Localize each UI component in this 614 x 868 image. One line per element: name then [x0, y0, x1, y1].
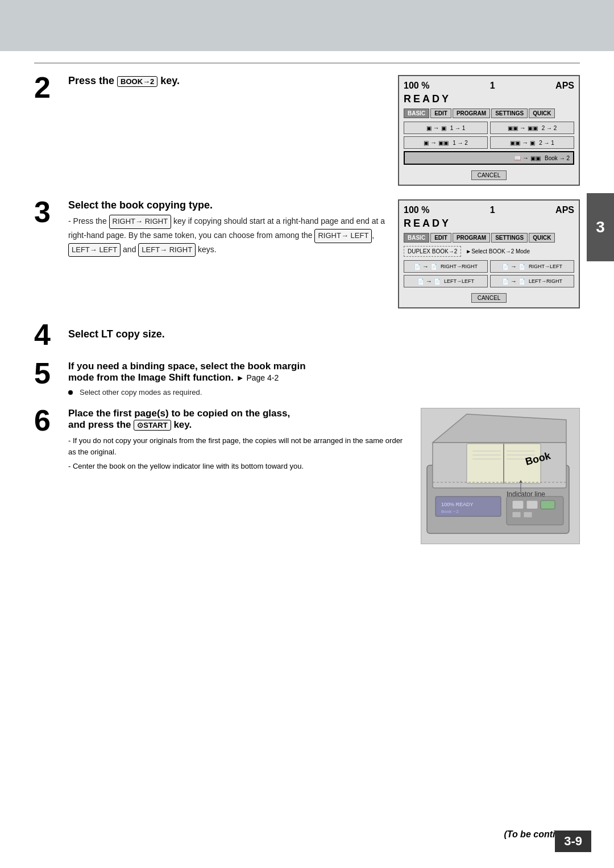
step-6-block: 6 Place the first page(s) to be copied o…	[34, 408, 580, 544]
screen-2-header: 100 % 1 APS	[404, 205, 574, 215]
screen-1-btn-bookto2[interactable]: 📖 → ▣▣ Book → 2	[404, 151, 574, 165]
step-2-content: Press the BOOK→2 key.	[68, 75, 387, 90]
step-3-body: - Press the RIGHT→ RIGHT key if copying …	[68, 215, 387, 257]
step-4-title: Select LT copy size.	[68, 328, 165, 340]
screen-1-percent: 100 %	[404, 81, 429, 91]
screen-1-btn-1to1[interactable]: ▣ → ▣ 1 → 1	[404, 122, 488, 134]
svg-rect-18	[512, 500, 524, 509]
step-2-title-suffix: key.	[160, 75, 180, 86]
step-3-left: 3 Select the book copying type. - Press …	[34, 199, 387, 259]
key-right-left: RIGHT→ LEFT	[314, 229, 372, 243]
step-4-number: 4	[34, 320, 68, 349]
svg-rect-20	[541, 500, 555, 509]
btn-icon-2to2: ▣▣	[508, 125, 518, 131]
step-5-bullet-text: Select other copy modes as required.	[80, 388, 202, 397]
screen-2-tab-edit[interactable]: EDIT	[430, 233, 451, 243]
btn-icon-2to1: ▣▣	[510, 140, 520, 146]
step-3-content: Select the book copying type. - Press th…	[68, 199, 387, 259]
step-4-block: 4 Select LT copy size.	[34, 322, 580, 349]
step-5-inner: 5 If you need a binding space, select th…	[34, 361, 580, 388]
duplex-label: DUPLEX BOOK→2	[404, 246, 461, 257]
screen-2-tab-settings[interactable]: SETTINGS	[491, 233, 528, 243]
screen-1-tab-edit[interactable]: EDIT	[430, 108, 451, 118]
screen-1-btn-2to2[interactable]: ▣▣ → ▣▣ 2 → 2	[490, 122, 574, 134]
main-content: 2 Press the BOOK→2 key. 100 % 1 APS READ…	[34, 62, 580, 823]
key-left-left: LEFT→ LEFT	[68, 243, 121, 257]
screen-1-tab-program[interactable]: PROGRAM	[453, 108, 490, 118]
svg-rect-19	[526, 500, 538, 509]
screen-2-cancel-container: CANCEL	[404, 291, 574, 303]
screen-2-btn-ll[interactable]: 📄→📄 LEFT→LEFT	[404, 275, 488, 287]
screen-2-aps: APS	[555, 205, 574, 215]
screen-2-number: 1	[490, 205, 495, 215]
screen-2-btn-lr[interactable]: 📄→📄 LEFT→RIGHT	[490, 275, 574, 287]
step-6-left: 6 Place the first page(s) to be copied o…	[34, 408, 409, 472]
step-6-normal: and press the	[68, 419, 131, 430]
step-6-body1: - If you do not copy your originals from…	[68, 435, 409, 457]
step-5-block: 5 If you need a binding space, select th…	[34, 361, 580, 397]
step-6-start-key: ⊙START	[134, 420, 171, 431]
step-2-key: BOOK→2	[117, 76, 157, 87]
step-5-title: If you need a binding space, select the …	[68, 361, 306, 383]
step-2-block: 2 Press the BOOK→2 key. 100 % 1 APS READ…	[34, 75, 580, 186]
screen-2-btn-rr[interactable]: 📄→📄 RIGHT→RIGHT	[404, 260, 488, 273]
svg-rect-21	[512, 512, 521, 518]
screen-2-cancel-btn[interactable]: CANCEL	[471, 293, 507, 303]
step-5-bold: If you need a binding space, select the …	[68, 361, 306, 372]
step-5-normal: mode from the Image Shift function.	[68, 372, 234, 383]
screen-1-ready: READY	[404, 93, 574, 105]
chapter-tab: 3	[587, 193, 614, 261]
step-6-title: Place the first page(s) to be copied on …	[68, 408, 290, 431]
copier-illustration: Book Indicator line	[421, 408, 580, 544]
screen-1-btn-2to1[interactable]: ▣▣ → ▣ 2 → 1	[490, 136, 574, 149]
step-5-content: If you need a binding space, select the …	[68, 361, 306, 387]
screen-1-cancel-container: CANCEL	[404, 168, 574, 180]
step-6-title-content: Place the first page(s) to be copied on …	[68, 408, 290, 434]
step-6-body2: - Center the book on the yellow indicato…	[68, 461, 409, 472]
key-left-right: LEFT→ RIGHT	[138, 243, 196, 257]
section-divider	[34, 62, 580, 64]
screen-1-tab-settings[interactable]: SETTINGS	[491, 108, 528, 118]
screen-2-percent: 100 %	[404, 205, 429, 215]
btn-icon-2to1b: ▣	[530, 140, 535, 146]
step-6-body: - If you do not copy your originals from…	[68, 435, 409, 472]
chapter-number: 3	[596, 218, 605, 236]
step-2-title: Press the BOOK→2 key.	[68, 75, 387, 87]
page-number: 3-9	[555, 831, 591, 852]
screen-1-buttons: ▣ → ▣ 1 → 1 ▣▣ → ▣▣ 2 → 2 ▣ → ▣▣ 1 → 2	[404, 122, 574, 165]
svg-text:100%  READY: 100% READY	[441, 502, 474, 507]
btn-icon-1to2: ▣	[424, 140, 429, 146]
step-3-body-p1: - Press the RIGHT→ RIGHT key if copying …	[68, 215, 387, 257]
step-3-block: 3 Select the book copying type. - Press …	[34, 199, 580, 308]
screen-1-tab-basic[interactable]: BASIC	[404, 108, 429, 118]
screen-1-mockup: 100 % 1 APS READY BASIC EDIT PROGRAM SET…	[398, 75, 580, 186]
screen-2-tab-quick[interactable]: QUICK	[529, 233, 555, 243]
screen-1-tabs: BASIC EDIT PROGRAM SETTINGS QUICK	[404, 108, 574, 118]
screen-1-header: 100 % 1 APS	[404, 81, 574, 91]
step-3-number: 3	[34, 197, 68, 227]
step-2-title-text: Press the	[68, 75, 114, 86]
step-6-number: 6	[34, 406, 68, 435]
copier-svg: Book Indicator line	[421, 408, 580, 544]
bullet-icon	[68, 390, 73, 395]
svg-text:Book→2: Book→2	[441, 509, 459, 514]
step-6-suffix: key.	[173, 419, 192, 430]
screen-2-tabs: BASIC EDIT PROGRAM SETTINGS QUICK	[404, 233, 574, 243]
btn-icon-book: 📖	[514, 155, 521, 161]
screen-1-cancel-btn[interactable]: CANCEL	[471, 170, 507, 180]
screen-2-btn-rl[interactable]: 📄→📄 RIGHT→LEFT	[490, 260, 574, 273]
svg-rect-22	[524, 512, 532, 518]
step-6-title-row: 6 Place the first page(s) to be copied o…	[34, 408, 409, 435]
screen-1-tab-quick[interactable]: QUICK	[529, 108, 555, 118]
screen-1-aps: APS	[555, 81, 574, 91]
btn-icon-1to2b: ▣▣	[438, 140, 449, 146]
screen-1-btn-1to2[interactable]: ▣ → ▣▣ 1 → 2	[404, 136, 488, 149]
screen-2-tab-program[interactable]: PROGRAM	[453, 233, 490, 243]
screen-2-buttons: 📄→📄 RIGHT→RIGHT 📄→📄 RIGHT→LEFT 📄→📄 LEFT→…	[404, 260, 574, 287]
btn-icon-2to2b: ▣▣	[528, 125, 538, 131]
screen-2-tab-basic[interactable]: BASIC	[404, 233, 429, 243]
top-banner	[0, 0, 614, 51]
step-3-title: Select the book copying type.	[68, 199, 387, 211]
select-label: ►Select BOOK→2 Mode	[466, 248, 530, 254]
screen-1-number: 1	[490, 81, 495, 91]
